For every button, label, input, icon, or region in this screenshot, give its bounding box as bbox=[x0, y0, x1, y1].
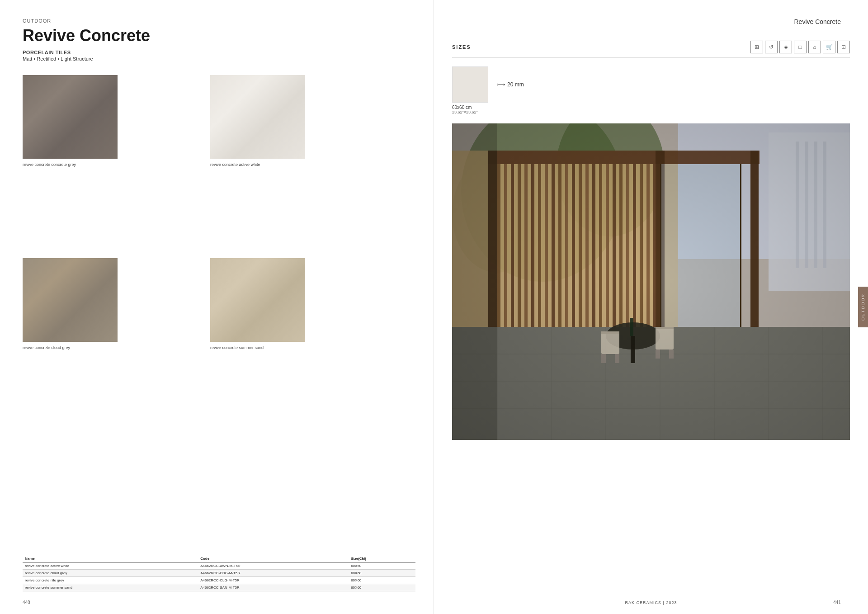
table-row: revive concrete active whiteA4662RCC-AWN… bbox=[23, 562, 415, 570]
tile-item-concrete-grey: revive concrete concrete grey bbox=[23, 75, 197, 245]
table-header-name: Name bbox=[23, 555, 198, 562]
grid-icon: ⊞ bbox=[750, 41, 763, 53]
size-item: ⟼ 20 mm bbox=[452, 66, 850, 103]
rak-brand: RAK CERAMICS | 2023 bbox=[625, 600, 677, 605]
tiles-grid: revive concrete concrete grey revive con… bbox=[23, 75, 384, 428]
table-row: revive concrete summer sandA4662RCC-SAN-… bbox=[23, 584, 415, 591]
table-cell: A4662RCC-CDG-M-T5R bbox=[198, 570, 349, 577]
product-attributes: Matt • Rectified • Light Structure bbox=[23, 56, 415, 61]
table-cell: revive concrete cloud grey bbox=[23, 570, 198, 577]
house-icon: ⌂ bbox=[808, 41, 821, 53]
product-table: Name Code Size(CM) revive concrete activ… bbox=[23, 555, 415, 591]
page-title: Revive Concrete bbox=[23, 26, 415, 45]
tile-item-summer-sand: revive concrete summer sand bbox=[210, 258, 384, 428]
table-cell: revive concrete active white bbox=[23, 562, 198, 570]
table-cell: 60X60 bbox=[349, 562, 415, 570]
tile-label-concrete-grey: revive concrete concrete grey bbox=[23, 162, 197, 167]
size-dimensions: 60x60 cm bbox=[452, 105, 850, 110]
table-cell: revive concrete nile grey bbox=[23, 577, 198, 584]
left-page: OUTDOOR Revive Concrete PORCELAIN TILES … bbox=[0, 0, 434, 614]
rotate-icon: ↺ bbox=[765, 41, 778, 53]
tile-label-summer-sand: revive concrete summer sand bbox=[210, 345, 384, 350]
table-header-size: Size(CM) bbox=[349, 555, 415, 562]
size-imperial: 23.62"×23.62" bbox=[452, 110, 850, 114]
tile-label-active-white: revive concrete active white bbox=[210, 162, 384, 167]
table-cell: A4662RCC-CLG-M-T5R bbox=[198, 577, 349, 584]
outdoor-photo bbox=[452, 123, 850, 440]
page-number-left: 440 bbox=[23, 600, 30, 605]
outdoor-tab: OUTDOOR bbox=[858, 287, 868, 327]
cart-icon: 🛒 bbox=[823, 41, 835, 53]
table-cell: 60X60 bbox=[349, 584, 415, 591]
outdoor-scene-svg bbox=[452, 123, 850, 440]
size-swatch bbox=[452, 66, 488, 103]
header-brand: Revive Concrete bbox=[794, 18, 841, 25]
table-cell: revive concrete summer sand bbox=[23, 584, 198, 591]
table-cell: 60X60 bbox=[349, 577, 415, 584]
svg-rect-65 bbox=[452, 123, 850, 440]
page-number-right: 441 bbox=[833, 600, 841, 605]
sizes-section: ⟼ 20 mm 60x60 cm 23.62"×23.62" bbox=[452, 66, 850, 114]
thickness-arrow: ⟼ bbox=[497, 81, 505, 88]
table-cell: A4662RCC-SAN-M-T5R bbox=[198, 584, 349, 591]
tile-swatch-concrete-grey bbox=[23, 75, 118, 159]
table-cell: A4662RCC-AWN-M-T5R bbox=[198, 562, 349, 570]
page-category: OUTDOOR bbox=[23, 18, 415, 24]
tile-swatch-active-white bbox=[210, 75, 305, 159]
table-row: revive concrete nile greyA4662RCC-CLG-M-… bbox=[23, 577, 415, 584]
table-header-code: Code bbox=[198, 555, 349, 562]
tile-item-cloud-grey: revive concrete cloud grey bbox=[23, 258, 197, 428]
tile-item-active-white: revive concrete active white bbox=[210, 75, 384, 245]
thickness-value: 20 mm bbox=[507, 81, 524, 88]
table-row: revive concrete cloud greyA4662RCC-CDG-M… bbox=[23, 570, 415, 577]
product-subtitle: PORCELAIN TILES bbox=[23, 50, 415, 55]
drop-icon: ◈ bbox=[779, 41, 792, 53]
tile-label-cloud-grey: revive concrete cloud grey bbox=[23, 345, 197, 350]
sizes-label: SIZES bbox=[452, 44, 471, 50]
tile-swatch-summer-sand bbox=[210, 258, 305, 342]
right-page: Revive Concrete SIZES ⊞ ↺ ◈ □ ⌂ 🛒 ⊡ ⟼ 20… bbox=[434, 0, 868, 614]
measure-icon: ⊡ bbox=[837, 41, 850, 53]
icons-row: ⊞ ↺ ◈ □ ⌂ 🛒 ⊡ bbox=[750, 41, 850, 53]
size-thickness: ⟼ 20 mm bbox=[497, 81, 524, 88]
table-cell: 60X60 bbox=[349, 570, 415, 577]
tile-swatch-cloud-grey bbox=[23, 258, 118, 342]
square-icon: □ bbox=[794, 41, 807, 53]
